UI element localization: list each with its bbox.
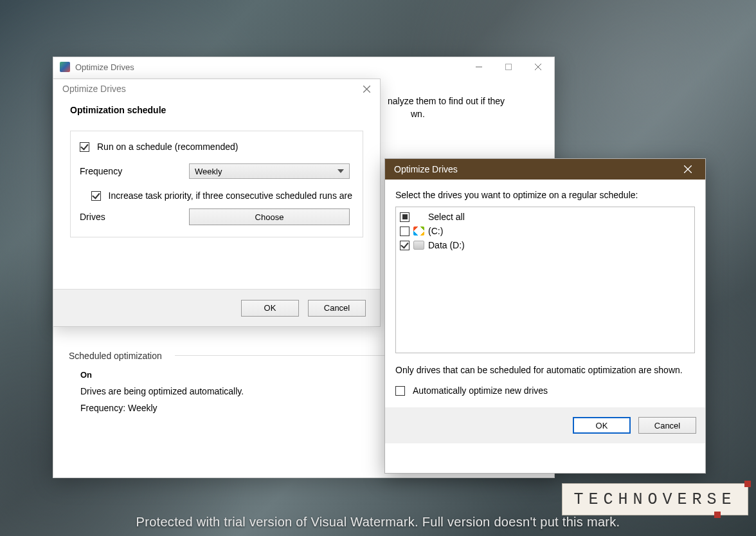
increase-priority-label: Increase task priority, if three consecu… [109, 190, 354, 201]
run-on-schedule-label: Run on a schedule (recommended) [97, 142, 238, 152]
frequency-label: Frequency [80, 166, 189, 176]
app-icon [60, 62, 70, 72]
schedule-cancel-button[interactable]: Cancel [308, 300, 366, 317]
drive-list[interactable]: Select all (C:) Data (D:) [395, 207, 695, 353]
schedule-dialog-close-button[interactable] [358, 80, 375, 97]
chevron-down-icon [338, 169, 344, 173]
run-on-schedule-checkbox[interactable] [80, 142, 89, 152]
close-icon [535, 64, 541, 70]
drive-d-checkbox[interactable] [400, 241, 410, 250]
drive-row-d[interactable]: Data (D:) [400, 238, 690, 252]
window-title: Optimize Drives [75, 62, 134, 72]
hint-text-fragment: nalyze them to find out if they wn. [388, 95, 505, 121]
minimize-icon [476, 64, 482, 70]
drives-label: Drives [80, 212, 189, 222]
drive-c-label: (C:) [428, 226, 443, 236]
auto-optimize-new-label: Automatically optimize new drives [413, 385, 548, 396]
svg-rect-0 [506, 64, 512, 70]
frequency-value: Weekly [195, 167, 222, 176]
drive-select-close-button[interactable] [673, 160, 703, 179]
drive-select-footer: OK Cancel [385, 407, 705, 443]
schedule-heading: Optimization schedule [70, 105, 363, 115]
maximize-button[interactable] [494, 58, 523, 76]
hint-line2: wn. [411, 109, 425, 119]
close-icon [363, 86, 370, 93]
disk-drive-icon [413, 241, 424, 250]
windows-drive-icon [413, 226, 424, 236]
drive-select-ok-button[interactable]: OK [573, 417, 631, 434]
hint-line1: nalyze them to find out if they [388, 96, 505, 106]
minimize-button[interactable] [464, 58, 494, 76]
select-all-label: Select all [428, 212, 465, 222]
window-titlebar[interactable]: Optimize Drives [53, 57, 554, 77]
drive-select-cancel-button[interactable]: Cancel [638, 417, 696, 434]
drive-select-dialog: Optimize Drives Select the drives you wa… [384, 158, 706, 474]
schedule-ok-button[interactable]: OK [241, 300, 299, 317]
watermark-text: Protected with trial version of Visual W… [0, 515, 756, 530]
drive-d-label: Data (D:) [428, 240, 465, 250]
close-button[interactable] [523, 58, 553, 76]
schedule-dialog-footer: OK Cancel [53, 289, 380, 326]
drive-c-checkbox[interactable] [400, 226, 410, 236]
maximize-icon [505, 64, 512, 70]
brand-badge: TECHNOVERSE [562, 483, 748, 515]
drive-row-c[interactable]: (C:) [400, 224, 690, 238]
drive-select-note: Only drives that can be scheduled for au… [395, 364, 695, 376]
drive-select-titlebar[interactable]: Optimize Drives [385, 159, 705, 180]
schedule-dialog-titlebar[interactable]: Optimize Drives [53, 79, 380, 98]
choose-drives-button[interactable]: Choose [189, 208, 350, 225]
schedule-options-group: Run on a schedule (recommended) Frequenc… [70, 131, 363, 237]
increase-priority-checkbox[interactable] [91, 191, 101, 201]
select-all-checkbox[interactable] [400, 212, 410, 222]
close-icon [684, 165, 692, 173]
drive-select-title: Optimize Drives [394, 164, 458, 174]
frequency-select[interactable]: Weekly [189, 163, 350, 179]
schedule-dialog-title: Optimize Drives [62, 84, 126, 94]
schedule-dialog: Optimize Drives Optimization schedule Ru… [53, 79, 381, 327]
auto-optimize-new-checkbox[interactable] [395, 386, 405, 396]
select-all-row[interactable]: Select all [400, 210, 690, 224]
drive-select-instruction: Select the drives you want to optimize o… [395, 190, 695, 200]
